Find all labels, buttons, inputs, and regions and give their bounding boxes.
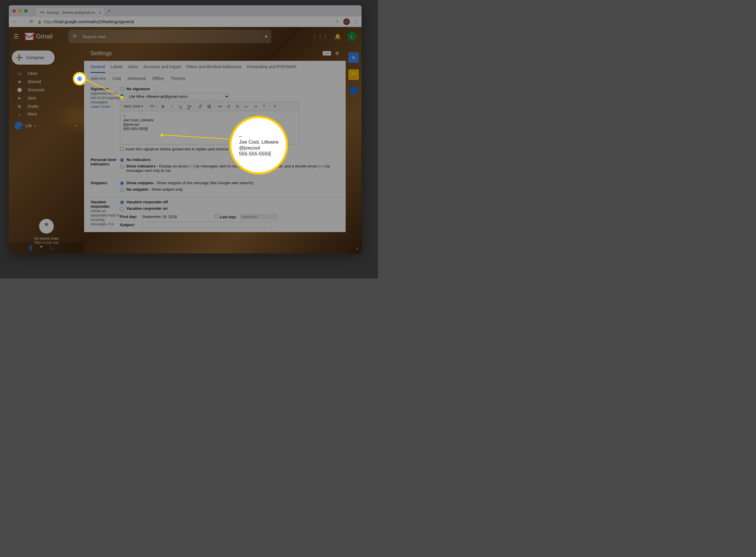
gmail-logo[interactable]: Gmail [25, 33, 53, 40]
show-indicators-option[interactable]: Show indicators - Display an arrow ( › )… [120, 164, 339, 173]
snippets-label: Snippets: [90, 181, 108, 185]
forward-button[interactable]: → [21, 19, 25, 24]
no-signature-option[interactable]: No signature [120, 87, 339, 91]
no-snippets-option[interactable]: No snippets - Show subject only. [120, 187, 339, 192]
bullet-list-icon[interactable]: ☰ [233, 102, 242, 110]
personal-indicators-section: Personal level indicators: No indicators… [84, 154, 346, 178]
window-titlebar: Settings - lifewire.ak@gmail.co × + [9, 5, 362, 17]
tab-themes[interactable]: Themes [170, 76, 186, 81]
image-icon[interactable]: 🖼 [205, 102, 213, 110]
settings-tabs-row2: Add-ons Chat Advanced Offline Themes [84, 73, 346, 84]
underline-icon[interactable]: U [176, 102, 185, 110]
phone-icon[interactable]: 📞 [49, 245, 55, 251]
tab-chat[interactable]: Chat [112, 76, 121, 81]
vacation-label: Vacation responder: [90, 200, 111, 209]
last-day-checkbox[interactable] [215, 214, 219, 218]
first-day-value[interactable]: September 19, 2018 [142, 214, 177, 219]
file-icon: 🗎 [17, 104, 22, 109]
maximize-window-button[interactable] [24, 9, 28, 12]
no-snippets-radio[interactable] [120, 188, 124, 192]
close-window-button[interactable] [12, 9, 16, 12]
indent-more-icon[interactable]: ⇥ [251, 102, 259, 110]
collapse-panel-icon[interactable]: › [357, 246, 358, 251]
notifications-icon[interactable]: 🔔 [335, 33, 341, 40]
vacation-on-option[interactable]: Vacation responder on [120, 206, 339, 211]
signature-identity-select[interactable]: Life Wire <lifewire.ak@gmail.com> [127, 93, 229, 100]
annotation-endpoint-1 [120, 96, 123, 99]
tab-title: Settings - lifewire.ak@gmail.co [47, 10, 95, 15]
tab-general[interactable]: General [90, 64, 105, 73]
bottom-icon-bar: 👤 ❞ 📞 [9, 242, 84, 254]
account-switcher[interactable]: Life ▾ + [9, 118, 84, 130]
browser-menu-icon[interactable]: ⋮ [354, 19, 359, 24]
get-addons-icon[interactable]: + [346, 101, 362, 109]
search-icon: 🔍 [73, 34, 79, 39]
account-avatar[interactable]: L [347, 32, 357, 41]
vacation-off-option[interactable]: Vacation responder off [120, 200, 339, 204]
sidebar-item-snoozed[interactable]: 🕘Snoozed [9, 86, 84, 94]
person-icon[interactable]: 👤 [28, 245, 33, 251]
remove-formatting-icon[interactable]: T [271, 102, 279, 110]
insert-signature-checkbox[interactable] [120, 147, 124, 151]
tab-inbox[interactable]: Inbox [128, 64, 138, 73]
close-tab-icon[interactable]: × [99, 10, 101, 15]
tasks-icon[interactable] [349, 86, 358, 95]
reload-button[interactable]: ⟳ [29, 19, 33, 24]
no-signature-radio[interactable] [120, 87, 124, 91]
show-indicators-radio[interactable] [120, 165, 124, 169]
url-field[interactable]: 🔒 https://mail.google.com/mail/u/2/#sett… [37, 20, 331, 24]
vacation-subject-input[interactable] [142, 222, 272, 228]
add-account-icon[interactable]: + [75, 123, 77, 128]
font-family-dropdown[interactable]: Sans Serif ▾ [121, 104, 145, 109]
apps-grid-icon[interactable]: ⋮⋮⋮ [312, 33, 328, 40]
calendar-icon[interactable]: 31 [348, 52, 359, 63]
hangouts-icon[interactable]: ❞ [39, 219, 54, 234]
last-day-field[interactable]: (optional) [240, 214, 278, 219]
input-tools-icon[interactable]: ▭▾ [323, 51, 331, 56]
bookmark-star-icon[interactable]: ☆ [335, 19, 339, 24]
gear-icon[interactable]: ⚙ [335, 51, 339, 56]
clock-icon: 🕘 [17, 88, 22, 92]
vacation-on-radio[interactable] [120, 207, 124, 211]
quote-icon[interactable]: ❞ [260, 102, 268, 110]
search-options-icon[interactable]: ▾ [265, 34, 267, 39]
align-left-icon[interactable]: ≡▾ [216, 102, 224, 110]
sidebar-item-sent[interactable]: ➤Sent [9, 94, 84, 102]
indent-less-icon[interactable]: ⇤ [242, 102, 250, 110]
side-panel: 31 💡 + › [346, 46, 362, 254]
numbered-list-icon[interactable]: ☰ [225, 102, 233, 110]
text-color-icon[interactable]: A▾ [185, 102, 193, 110]
hangouts-small-icon[interactable]: ❞ [40, 245, 43, 251]
sidebar-item-more[interactable]: ⌄More [9, 111, 84, 118]
learn-more-link[interactable]: Learn more [90, 104, 110, 109]
inbox-icon: ▭ [17, 71, 22, 76]
keep-icon[interactable]: 💡 [348, 69, 359, 80]
tab-forwarding[interactable]: Forwarding and POP/IMAP [247, 64, 297, 73]
back-button[interactable]: ← [12, 19, 17, 24]
compose-button[interactable]: Compose [12, 51, 55, 65]
sidebar-item-drafts[interactable]: 🗎Drafts [9, 102, 84, 111]
vacation-off-radio[interactable] [120, 200, 124, 204]
search-box[interactable]: 🔍 Search mail ▾ [68, 30, 271, 43]
no-indicators-option[interactable]: No indicators [120, 157, 339, 162]
link-icon[interactable]: 🔗 [196, 102, 204, 110]
minimize-window-button[interactable] [18, 9, 22, 12]
tab-filters[interactable]: Filters and Blocked Addresses [186, 64, 242, 73]
new-tab-button[interactable]: + [108, 8, 111, 14]
tab-labels[interactable]: Labels [111, 64, 122, 73]
profile-avatar[interactable] [343, 19, 350, 25]
show-snippets-radio[interactable] [120, 181, 124, 185]
italic-icon[interactable]: I [168, 102, 176, 110]
use-signature-option[interactable]: Life Wire <lifewire.ak@gmail.com> [120, 93, 339, 100]
font-size-icon[interactable]: т𝐓▾ [148, 102, 156, 110]
browser-tab[interactable]: Settings - lifewire.ak@gmail.co × [36, 8, 104, 17]
tab-offline[interactable]: Offline [152, 76, 164, 81]
tab-advanced[interactable]: Advanced [128, 76, 146, 81]
sidebar-item-inbox[interactable]: ▭Inbox [9, 69, 84, 78]
bold-icon[interactable]: B [159, 102, 167, 110]
no-indicators-radio[interactable] [120, 158, 124, 162]
main-menu-icon[interactable]: ☰ [13, 33, 19, 40]
show-snippets-option[interactable]: Show snippets - Show snippets of the mes… [120, 181, 339, 185]
tab-addons[interactable]: Add-ons [90, 76, 106, 81]
tab-accounts[interactable]: Accounts and Import [143, 64, 181, 73]
